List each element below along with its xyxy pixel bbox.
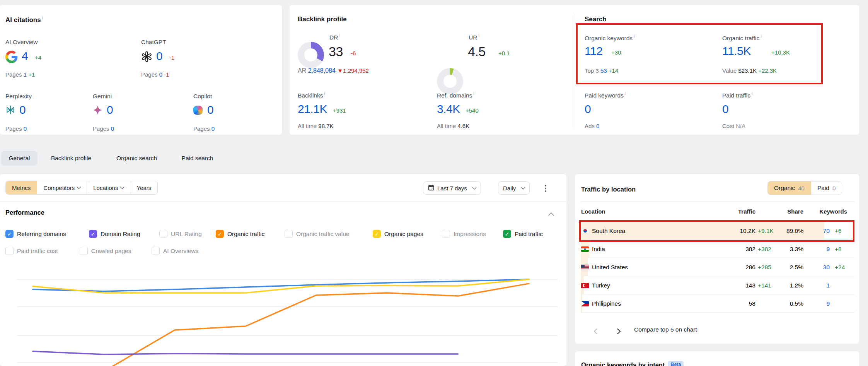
info-icon[interactable]: i xyxy=(324,91,325,96)
organic-keywords-sub: Top 3 53 +14 xyxy=(585,67,618,74)
flag-south-korea-icon xyxy=(581,228,589,234)
toggle-organic[interactable]: Organic 40 xyxy=(768,181,811,195)
ai-overview-value: 4 xyxy=(22,50,28,63)
granularity-button[interactable]: Daily xyxy=(498,181,530,195)
segment-locations[interactable]: Locations xyxy=(87,181,130,194)
info-icon[interactable]: i xyxy=(634,34,634,38)
info-icon[interactable]: i xyxy=(761,34,761,38)
col-header-keywords[interactable]: Keywords xyxy=(812,208,847,215)
table-row-united-states[interactable]: United States 286 +285 2.5% 30 +24 xyxy=(581,258,854,276)
col-header-share[interactable]: Share xyxy=(776,208,803,215)
compare-top5-link[interactable]: Compare top 5 on chart xyxy=(634,326,697,333)
checkbox-organic-pages[interactable]: ✓Organic pages xyxy=(373,230,423,238)
checkbox-paid-traffic[interactable]: ✓Paid traffic xyxy=(503,230,543,238)
checkbox-icon xyxy=(80,247,88,255)
paid-keywords-sub: Ads 0 xyxy=(585,123,599,129)
prev-page-button[interactable] xyxy=(593,327,600,337)
main-panel: Metrics Competitors Locations Years Last… xyxy=(0,174,566,366)
checkbox-referring-domains[interactable]: ✓Referring domains xyxy=(5,230,66,238)
checkbox-icon: ✓ xyxy=(503,230,511,238)
table-row-turkey[interactable]: Turkey 143 +141 1.2% 1 xyxy=(581,276,854,294)
info-icon[interactable]: i xyxy=(752,91,752,96)
ai-citations-title: AI citationsi xyxy=(5,15,43,24)
ur-value: 4.5 xyxy=(468,44,486,59)
chevron-down-icon xyxy=(120,185,124,189)
ai-citations-card: AI citationsi AI Overview 4 +4 Pages 1 +… xyxy=(0,5,282,135)
more-options-button[interactable] xyxy=(543,183,548,193)
checkbox-icon xyxy=(285,230,293,238)
checkbox-url-rating[interactable]: URL Rating xyxy=(159,230,202,238)
backlinks-value: 21.1K xyxy=(298,103,327,116)
backlinks-label: Backlinksi xyxy=(298,91,325,99)
gemini-pages: Pages 0 xyxy=(93,125,114,132)
checkbox-label: Paid traffic xyxy=(515,231,543,238)
backlinks-alltime: All time 98.7K xyxy=(298,123,334,129)
search-title: Search xyxy=(585,15,607,23)
ai-overview-label: AI Overview xyxy=(5,39,38,46)
table-row-south-korea[interactable]: South Korea 10.2K +9.1K 89.0% 70 +6 xyxy=(581,222,854,240)
checkbox-paid-traffic-cost[interactable]: Paid traffic cost xyxy=(5,247,58,255)
checkbox-label: Organic traffic value xyxy=(296,231,350,238)
checkbox-icon: ✓ xyxy=(216,230,224,238)
chatgpt-label: ChatGPT xyxy=(141,39,166,46)
info-icon[interactable]: i xyxy=(473,91,474,96)
perplexity-label: Perplexity xyxy=(5,93,32,100)
info-icon[interactable]: i xyxy=(42,15,43,20)
ur-donut xyxy=(437,68,463,94)
gemini-value: 0 xyxy=(107,103,113,116)
next-page-button[interactable] xyxy=(614,327,621,337)
checkbox-label: Organic pages xyxy=(384,231,423,238)
checkbox-ai-overviews[interactable]: AI Overviews xyxy=(152,247,198,255)
dr-delta: -6 xyxy=(351,50,356,56)
checkbox-label: Referring domains xyxy=(17,231,66,238)
perplexity-value: 0 xyxy=(19,103,26,116)
segment-years[interactable]: Years xyxy=(130,181,157,194)
chevron-right-icon xyxy=(615,328,621,335)
checkbox-crawled-pages[interactable]: Crawled pages xyxy=(80,247,131,255)
checkbox-label: URL Rating xyxy=(171,231,202,238)
date-range-button[interactable]: Last 7 days xyxy=(423,181,481,195)
backlinks-delta: +931 xyxy=(333,107,346,114)
paid-traffic-label: Paid traffici xyxy=(722,91,752,99)
info-icon[interactable]: i xyxy=(339,33,340,38)
dr-donut xyxy=(298,42,324,68)
checkbox-label: Paid traffic cost xyxy=(17,248,58,255)
checkbox-organic-traffic[interactable]: ✓Organic traffic xyxy=(216,230,264,238)
ur-delta: +0.1 xyxy=(498,50,510,56)
info-icon[interactable]: i xyxy=(625,91,626,96)
checkbox-organic-traffic-value[interactable]: Organic traffic value xyxy=(285,230,350,238)
checkbox-impressions[interactable]: Impressions xyxy=(442,230,486,238)
checkbox-icon: ✓ xyxy=(89,230,97,238)
ar-row: AR 2,848,084 ▼1,294,952 xyxy=(298,67,369,74)
flag-philippines-icon xyxy=(581,301,589,306)
segment-competitors[interactable]: Competitors xyxy=(37,181,87,194)
organic-keywords-delta: +30 xyxy=(611,49,621,56)
checkbox-label: Impressions xyxy=(454,231,486,238)
tab-backlink-profile[interactable]: Backlink profile xyxy=(44,151,98,166)
chevron-left-icon xyxy=(594,328,600,335)
backlink-search-card: Backlink profile DRi 33 -6 AR 2,848,084 … xyxy=(290,5,859,135)
info-icon[interactable]: i xyxy=(478,33,479,38)
organic-keywords-label: Organic keywordsi xyxy=(585,34,635,42)
paid-traffic-sub: Cost N/A xyxy=(722,123,745,129)
copilot-label: Copilot xyxy=(193,93,212,100)
google-icon xyxy=(5,51,18,65)
col-header-traffic[interactable]: Traffic xyxy=(732,208,755,215)
tab-organic-search[interactable]: Organic search xyxy=(109,151,164,166)
ai-overview-pages: Pages 1 +1 xyxy=(5,71,35,78)
table-row-india[interactable]: India 382 +382 3.3% 9 +8 xyxy=(581,240,854,258)
col-header-location[interactable]: Location xyxy=(581,208,605,215)
flag-turkey-icon xyxy=(581,283,589,288)
paid-keywords-label: Paid keywordsi xyxy=(585,91,626,99)
segment-metrics[interactable]: Metrics xyxy=(6,181,37,194)
organic-keywords-value: 112 xyxy=(585,44,602,58)
collapse-section-button[interactable] xyxy=(549,212,553,219)
tab-general[interactable]: General xyxy=(1,151,38,166)
ref-domains-value: 3.4K xyxy=(437,103,460,116)
checkbox-label: AI Overviews xyxy=(163,248,198,255)
tab-paid-search[interactable]: Paid search xyxy=(176,151,219,166)
checkbox-domain-rating[interactable]: ✓Domain Rating xyxy=(89,230,140,238)
checkbox-icon: ✓ xyxy=(373,230,381,238)
toggle-paid[interactable]: Paid 0 xyxy=(811,181,842,195)
table-row-philippines[interactable]: Philippines 58 0.5% 9 xyxy=(581,294,854,313)
